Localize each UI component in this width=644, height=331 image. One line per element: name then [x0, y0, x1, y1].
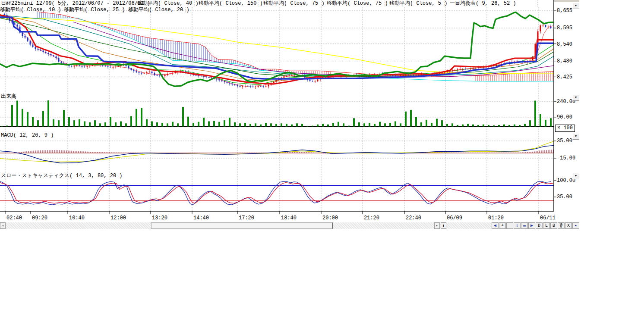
- indicator-label: 移動平均( Close, 10 ): [0, 7, 61, 13]
- indicator-label: 移動平均( Close, 150 ): [199, 0, 263, 6]
- volume-bars: [0, 100, 554, 126]
- panel-dropdown-button[interactable]: ▼: [572, 3, 579, 9]
- time-axis-tick-label: 18:40: [281, 215, 297, 221]
- top-right-strip: [554, 0, 579, 2]
- candlesticks: [4, 12, 552, 89]
- macd-axis-tick-label: 35.00: [557, 138, 572, 144]
- price-axis-tick-label: 8,480: [557, 58, 572, 64]
- toolbar-button[interactable]: ▬: [521, 222, 528, 229]
- time-axis-tick-label: 01:20: [488, 215, 504, 221]
- toolbar-button[interactable]: ⇕: [514, 222, 521, 229]
- toolbar-button[interactable]: ◀: [492, 222, 499, 229]
- toolbar-button[interactable]: ▶: [528, 222, 535, 229]
- volume-multiplier-box: × 100: [555, 125, 575, 132]
- price-axis-tick-label: 8,540: [557, 41, 572, 47]
- price-axis-tick-label: 8,425: [557, 74, 572, 80]
- time-axis-tick-label: 12:00: [110, 215, 126, 221]
- panel-dropdown-button[interactable]: ▼: [572, 173, 579, 179]
- stoch-panel-label: スロー・ストキャスティクス( 14, 3, 80, 20 ): [1, 172, 123, 179]
- indicator-label: 移動平均( Close, 40 ): [137, 0, 199, 6]
- time-axis-tick-label: 20:00: [322, 215, 338, 221]
- time-axis-tick-label: 10:40: [69, 215, 85, 221]
- ichimoku-cloud: [37, 12, 554, 81]
- toolbar-button[interactable]: X: [565, 222, 572, 229]
- toolbar-button[interactable]: +: [499, 222, 506, 229]
- toolbar-button[interactable]: B: [550, 222, 557, 229]
- chart-application-window: 日経225mini 12/09( 5分, 2012/06/07 - 2012/0…: [0, 0, 644, 331]
- time-axis-tick-label: 09:20: [32, 215, 47, 221]
- chart-canvas: [0, 0, 644, 331]
- macd-panel: [0, 141, 554, 163]
- toolbar-button[interactable]: D: [536, 222, 543, 229]
- time-axis-tick-label: 17:20: [239, 215, 254, 221]
- indicator-label: 一目均衡表( 9, 26, 52 ): [450, 0, 516, 6]
- volume-panel-label: 出来高: [1, 93, 16, 100]
- time-axis-tick-label: 21:20: [364, 215, 379, 221]
- stochastics-panel: [0, 181, 554, 205]
- chart-toolbar: ◀+⇕▬▶DLB@X▸: [0, 222, 580, 229]
- time-axis-tick-label: 22:40: [406, 215, 421, 221]
- gridlines: [0, 0, 554, 211]
- panel-dropdown-button[interactable]: ▼: [572, 133, 579, 140]
- macd-panel-label: MACD( 12, 26, 9 ): [1, 132, 54, 138]
- indicator-label: 移動平均( Close, 75 ): [327, 0, 388, 6]
- time-axis-tick-label: 02:40: [6, 215, 22, 221]
- macd-axis-tick-label: -15.00: [557, 155, 575, 161]
- stoch-axis-tick-label: 35.00: [557, 194, 572, 200]
- time-axis-tick-label: 06/11: [540, 215, 556, 221]
- indicator-label: 移動平均( Close, 20 ): [128, 7, 189, 13]
- indicator-label: 移動平均( Close, 75 ): [263, 0, 325, 6]
- indicator-label: 移動平均( Close, 5 ): [389, 0, 447, 6]
- time-axis-tick-label: 13:20: [152, 215, 167, 221]
- toolbar-button[interactable]: [506, 222, 513, 229]
- price-axis-tick-label: 8,655: [557, 8, 572, 14]
- volume-axis-tick-label: 90.00: [557, 114, 572, 120]
- indicator-label: 日経225mini 12/09( 5分, 2012/06/07 - 2012/0…: [1, 0, 150, 6]
- toolbar-button[interactable]: @: [558, 222, 565, 229]
- toolbar-button[interactable]: L: [543, 222, 550, 229]
- time-axis-tick-label: 14:40: [193, 215, 209, 221]
- time-axis-tick-label: 06/09: [447, 215, 462, 221]
- price-axis-tick-label: 8,595: [557, 25, 572, 31]
- panel-dropdown-button[interactable]: ▼: [572, 94, 579, 101]
- indicator-label: 移動平均( Close, 25 ): [64, 7, 125, 13]
- toolbar-button[interactable]: ▸: [572, 222, 579, 229]
